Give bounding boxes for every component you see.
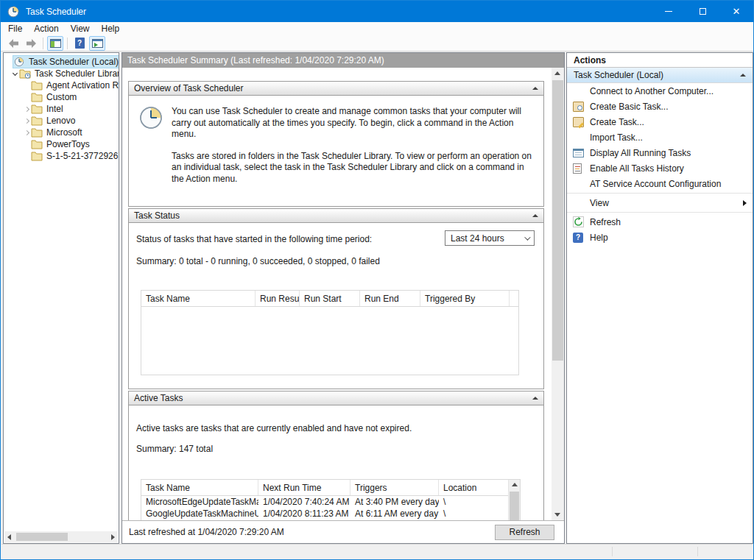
- tree-horizontal-scrollbar[interactable]: [4, 531, 118, 542]
- menu-view[interactable]: View: [65, 22, 96, 35]
- chevron-right-icon[interactable]: [23, 107, 30, 111]
- action-help[interactable]: ? Help: [567, 230, 753, 245]
- time-period-dropdown[interactable]: Last 24 hours: [445, 230, 535, 246]
- summary-pane-title: Task Scheduler Summary (Last refreshed: …: [122, 53, 564, 68]
- clock-icon: [13, 57, 25, 67]
- column-header-run-start[interactable]: Run Start: [300, 291, 360, 306]
- scroll-up-icon[interactable]: [554, 71, 560, 75]
- column-header-task-name[interactable]: Task Name: [141, 480, 258, 495]
- scrollbar-thumb[interactable]: [510, 492, 519, 520]
- close-icon: ✕: [733, 7, 741, 16]
- actions-separator: [567, 193, 753, 194]
- action-refresh[interactable]: Refresh: [567, 214, 753, 230]
- cell-location: \: [439, 497, 508, 507]
- action-label: Create Task...: [590, 117, 644, 127]
- column-header-next-run-time[interactable]: Next Run Time: [258, 480, 350, 495]
- action-display-all-running-tasks[interactable]: Display All Running Tasks: [567, 145, 753, 160]
- running-tasks-icon: [573, 149, 584, 157]
- active-tasks-vertical-scrollbar[interactable]: [508, 480, 520, 520]
- menu-file[interactable]: File: [2, 22, 28, 35]
- toolbar: ?: [1, 35, 753, 52]
- show-hide-console-tree-button[interactable]: [47, 36, 63, 51]
- forward-button[interactable]: [23, 36, 39, 51]
- tree-item-intel[interactable]: Intel: [4, 103, 119, 115]
- collapse-icon[interactable]: [532, 214, 538, 217]
- tree-item-sid[interactable]: S-1-5-21-3772926790-: [4, 150, 119, 162]
- tree-item-label: S-1-5-21-3772926790-: [45, 151, 119, 161]
- active-tasks-section-header[interactable]: Active Tasks: [129, 391, 543, 405]
- action-label: Enable All Tasks History: [590, 163, 684, 174]
- scroll-up-icon[interactable]: [512, 483, 518, 486]
- action-label: Refresh: [590, 217, 621, 227]
- column-header-run-end[interactable]: Run End: [360, 291, 420, 306]
- collapse-icon[interactable]: [740, 74, 746, 77]
- maximize-button[interactable]: [686, 1, 719, 22]
- column-header-location[interactable]: Location: [439, 480, 508, 495]
- tree-item-agent-activation[interactable]: Agent Activation Runt: [4, 79, 119, 91]
- overview-paragraph-2: Tasks are stored in folders in the Task …: [172, 151, 536, 185]
- column-header-task-name[interactable]: Task Name: [141, 291, 256, 306]
- tree-item-powertoys[interactable]: PowerToys: [4, 138, 119, 150]
- active-tasks-summary: Summary: 147 total: [136, 444, 536, 454]
- cell-triggers: At 3:40 PM every day - A...: [350, 497, 439, 507]
- scrollbar-thumb[interactable]: [16, 533, 68, 541]
- active-tasks-section-title: Active Tasks: [134, 393, 532, 403]
- show-hide-action-pane-button[interactable]: [89, 36, 105, 51]
- help-icon: ?: [573, 233, 583, 243]
- actions-group-header[interactable]: Task Scheduler (Local): [567, 68, 753, 83]
- submenu-arrow-icon: [743, 200, 747, 206]
- tree-item-task-scheduler-library[interactable]: Task Scheduler Library: [4, 68, 119, 79]
- column-header-blank: [510, 291, 518, 306]
- action-at-service-account-configuration[interactable]: AT Service Account Configuration: [567, 176, 753, 191]
- action-connect-to-another-computer[interactable]: Connect to Another Computer...: [567, 83, 753, 99]
- close-button[interactable]: ✕: [719, 1, 753, 22]
- library-folder-icon: [19, 68, 31, 79]
- action-create-basic-task[interactable]: Create Basic Task...: [567, 99, 753, 114]
- overview-section-header[interactable]: Overview of Task Scheduler: [129, 82, 543, 96]
- menu-bar: File Action View Help: [1, 22, 753, 35]
- back-button[interactable]: [5, 36, 21, 51]
- chevron-down-icon[interactable]: [11, 73, 18, 75]
- action-create-task[interactable]: Create Task...: [567, 114, 753, 130]
- menu-action[interactable]: Action: [28, 22, 64, 35]
- tree-item-custom[interactable]: Custom: [4, 91, 119, 103]
- chevron-right-icon[interactable]: [23, 119, 30, 123]
- collapse-icon[interactable]: [532, 397, 538, 400]
- scroll-down-icon[interactable]: [554, 513, 560, 517]
- action-view[interactable]: View: [567, 195, 753, 210]
- action-enable-all-tasks-history[interactable]: Enable All Tasks History: [567, 160, 753, 176]
- help-button[interactable]: ?: [71, 36, 88, 51]
- action-label: Display All Running Tasks: [590, 148, 691, 158]
- actions-pane: Actions Task Scheduler (Local) Connect t…: [566, 52, 753, 544]
- scrollbar-thumb[interactable]: [552, 80, 563, 361]
- folder-icon: [31, 139, 43, 149]
- chevron-right-icon[interactable]: [23, 131, 30, 135]
- summary-pane: Task Scheduler Summary (Last refreshed: …: [121, 52, 565, 544]
- task-status-section-header[interactable]: Task Status: [129, 209, 543, 223]
- action-label: Help: [590, 233, 608, 243]
- tree-item-task-scheduler-local[interactable]: Task Scheduler (Local): [4, 56, 119, 68]
- overview-section: Overview of Task Scheduler You can use T…: [128, 81, 544, 207]
- app-window: Task Scheduler ✕ File Action View Help ?: [0, 0, 754, 560]
- table-row[interactable]: MicrosoftEdgeUpdateTaskMachine... 1/04/2…: [141, 496, 508, 508]
- task-status-table-body[interactable]: [141, 307, 518, 375]
- tree-item-label: PowerToys: [45, 139, 91, 149]
- column-header-run-result[interactable]: Run Result: [256, 291, 300, 306]
- collapse-icon[interactable]: [532, 87, 538, 90]
- tree-item-microsoft[interactable]: Microsoft: [4, 127, 119, 138]
- action-import-task[interactable]: Import Task...: [567, 130, 753, 145]
- minimize-button[interactable]: [652, 1, 686, 22]
- scroll-right-icon[interactable]: [111, 534, 115, 540]
- folder-icon: [31, 151, 43, 161]
- menu-help[interactable]: Help: [96, 22, 126, 35]
- summary-vertical-scrollbar[interactable]: [552, 68, 564, 520]
- icon-spacer: [573, 178, 587, 190]
- scroll-left-icon[interactable]: [7, 534, 11, 540]
- cell-task-name: GoogleUpdateTaskMachineUA: [141, 508, 258, 519]
- column-header-triggers[interactable]: Triggers: [350, 480, 439, 495]
- refresh-button[interactable]: Refresh: [495, 525, 554, 540]
- table-row[interactable]: GoogleUpdateTaskMachineUA 1/04/2020 8:11…: [141, 508, 508, 520]
- tree-item-lenovo[interactable]: Lenovo: [4, 115, 119, 127]
- column-header-triggered-by[interactable]: Triggered By: [420, 291, 510, 306]
- task-status-section-title: Task Status: [134, 210, 532, 221]
